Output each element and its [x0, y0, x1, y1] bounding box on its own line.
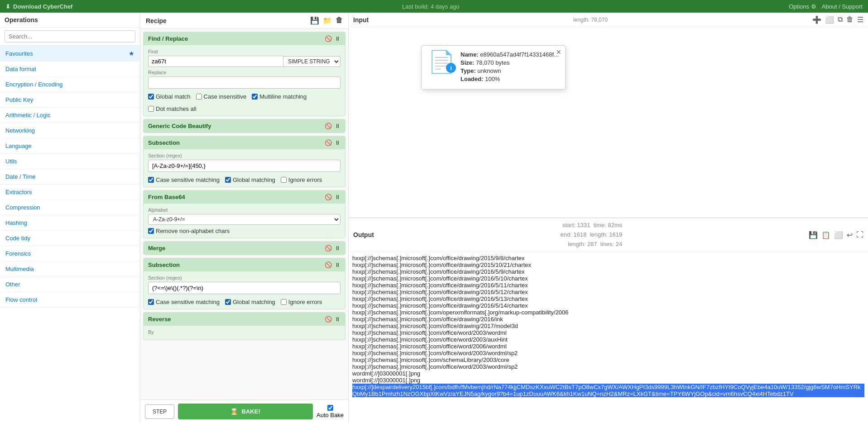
global-match-check[interactable]: Global match: [148, 93, 191, 100]
multiline-check[interactable]: Multiline matching: [252, 93, 307, 100]
global-matching-check-1[interactable]: Global matching: [225, 176, 275, 183]
replace-label: Replace: [148, 70, 340, 75]
auto-bake-checkbox[interactable]: [327, 405, 333, 411]
output-undo-icon[interactable]: ↩: [847, 231, 853, 239]
output-fullscreen-icon[interactable]: ⛶: [856, 231, 863, 239]
case-insensitive-check[interactable]: Case insensitive: [196, 93, 247, 100]
output-maximize-icon[interactable]: ⬜: [834, 231, 843, 239]
search-input[interactable]: [5, 30, 135, 43]
download-label[interactable]: Download CyberChef: [13, 3, 72, 10]
disable-op2-icon[interactable]: 🚫: [325, 123, 332, 129]
bake-button[interactable]: 👨‍🍳 BAKE!: [178, 404, 313, 419]
input-maximize-icon[interactable]: ⬜: [825, 15, 834, 24]
case-sensitive-check-2[interactable]: Case sensitive matching: [148, 299, 220, 305]
op-find-replace-title: Find / Replace: [148, 35, 188, 42]
remove-non-alphabet-check[interactable]: Remove non-alphabet chars: [148, 228, 340, 234]
input-popout-icon[interactable]: ⧉: [838, 15, 843, 24]
output-line: hxxp[://]schemas[.]microsoft[.]com/offic…: [352, 295, 864, 302]
sidebar-item-hashing[interactable]: Hashing: [0, 215, 140, 231]
output-length-value: 1619: [609, 231, 622, 238]
output-save-icon[interactable]: 💾: [809, 231, 818, 239]
sidebar-item-language[interactable]: Language: [0, 138, 140, 154]
input-add-icon[interactable]: ➕: [812, 15, 821, 24]
find-input[interactable]: [148, 56, 283, 67]
sidebar-item-multimedia[interactable]: Multimedia: [0, 261, 140, 277]
pause-op-icon[interactable]: ⏸: [335, 35, 340, 42]
pause-op7-icon[interactable]: ⏸: [335, 316, 340, 323]
file-loaded-row: Loaded: 100%: [460, 76, 559, 82]
sidebar-item-networking[interactable]: Networking: [0, 123, 140, 138]
sidebar-item-public-key[interactable]: Public Key: [0, 92, 140, 108]
sidebar-item-data-format[interactable]: Data format: [0, 62, 140, 77]
pause-op6-icon[interactable]: ⏸: [335, 261, 340, 268]
op-from-base64-header[interactable]: From Base64 🚫 ⏸: [144, 190, 345, 204]
case-sensitive-check-1[interactable]: Case sensitive matching: [148, 176, 220, 183]
sidebar-item-code-tidy[interactable]: Code tidy: [0, 231, 140, 246]
load-recipe-icon[interactable]: 📁: [323, 16, 332, 25]
download-section[interactable]: ⬇ Download CyberChef: [5, 3, 72, 10]
ignore-errors-check-2[interactable]: Ignore errors: [281, 299, 322, 305]
disable-op6-icon[interactable]: 🚫: [325, 261, 332, 268]
sidebar-item-utils[interactable]: Utils: [0, 154, 140, 169]
replace-input[interactable]: [148, 76, 340, 89]
sidebar-item-encryption---encoding[interactable]: Encryption / Encoding: [0, 77, 140, 92]
find-type-select[interactable]: SIMPLE STRING Regex: [283, 56, 340, 67]
output-line: hxxp[://]schemas[.]microsoft[.]com/schem…: [352, 356, 864, 363]
clear-recipe-icon[interactable]: 🗑: [336, 16, 343, 25]
pause-op3-icon[interactable]: ⏸: [335, 139, 340, 146]
pause-op5-icon[interactable]: ⏸: [335, 245, 340, 252]
disable-op7-icon[interactable]: 🚫: [325, 316, 332, 323]
input-clear-icon[interactable]: 🗑: [846, 15, 854, 24]
sidebar-item-favourites[interactable]: Favourites★: [0, 46, 140, 62]
output-end-label: end:: [561, 231, 572, 238]
op-generic-beautify-header[interactable]: Generic Code Beautify 🚫 ⏸: [144, 119, 345, 133]
input-menu-icon[interactable]: ☰: [857, 15, 863, 24]
disable-op3-icon[interactable]: 🚫: [325, 139, 332, 146]
pause-op2-icon[interactable]: ⏸: [335, 123, 340, 129]
sidebar-item-arithmetic---logic[interactable]: Arithmetic / Logic: [0, 108, 140, 123]
output-line: hxxp[://]schemas[.]microsoft[.]com/offic…: [352, 350, 864, 356]
save-recipe-icon[interactable]: 💾: [310, 16, 319, 25]
sidebar-item-other[interactable]: Other: [0, 277, 140, 292]
disable-op4-icon[interactable]: 🚫: [325, 194, 332, 200]
ignore-errors-check-1[interactable]: Ignore errors: [281, 176, 322, 183]
op-subsection-1-header[interactable]: Subsection 🚫 ⏸: [144, 136, 345, 149]
sidebar-item-flow-control[interactable]: Flow control: [0, 292, 140, 308]
output-line: hxxp[://]schemas[.]microsoft[.]com/offic…: [352, 302, 864, 309]
sidebar-item-forensics[interactable]: Forensics: [0, 246, 140, 261]
sidebar-item-date---time[interactable]: Date / Time: [0, 169, 140, 185]
find-label: Find: [148, 49, 340, 54]
op-find-replace-header[interactable]: Find / Replace 🚫 ⏸: [144, 32, 345, 45]
input-area[interactable]: ✕ 📄 i Name: e8960a547ad4f7f14331468f... …: [349, 27, 868, 218]
section-regex-input-2[interactable]: [148, 282, 340, 294]
op-merge-header[interactable]: Merge 🚫 ⏸: [144, 242, 345, 255]
output-lines-value: 24: [616, 241, 622, 247]
sidebar-item-extractors[interactable]: Extractors: [0, 185, 140, 200]
pause-op4-icon[interactable]: ⏸: [335, 194, 340, 200]
auto-bake-label: Auto Bake: [317, 412, 344, 418]
op-reverse-body: By: [144, 326, 345, 340]
disable-op-icon[interactable]: 🚫: [325, 35, 332, 42]
output-copy-icon[interactable]: 📋: [821, 231, 830, 239]
recipe-header: Recipe 💾 📁 🗑: [140, 13, 348, 29]
file-type-value: unknown: [477, 67, 501, 74]
about-support-button[interactable]: About / Support: [822, 3, 863, 10]
section-regex-input-1[interactable]: [148, 160, 340, 172]
main-layout: Operations Favourites★Data formatEncrypt…: [0, 13, 868, 423]
disable-op5-icon[interactable]: 🚫: [325, 245, 332, 252]
op-subsection-2-header[interactable]: Subsection 🚫 ⏸: [144, 258, 345, 271]
op-generic-beautify-title: Generic Code Beautify: [148, 123, 211, 129]
file-popup-close[interactable]: ✕: [556, 48, 561, 56]
output-line: hxxp[://]schemas[.]microsoft[.]com/offic…: [352, 282, 864, 289]
op-reverse-header[interactable]: Reverse 🚫 ⏸: [144, 313, 345, 326]
dot-matches-all-check[interactable]: Dot matches all: [148, 105, 197, 112]
options-button[interactable]: Options ⚙: [789, 3, 816, 10]
alphabet-select[interactable]: A-Za-z0-9+/=: [148, 214, 340, 225]
global-matching-check-2[interactable]: Global matching: [225, 299, 275, 305]
operations-list: Favourites★Data formatEncryption / Encod…: [0, 46, 140, 423]
output-stats: start: 1331 time: 82ms end: 1618 length:…: [561, 221, 623, 249]
step-button[interactable]: STEP: [145, 404, 174, 419]
right-panel: Input length: 78,070 ➕ ⬜ ⧉ 🗑 ☰ ✕ 📄 i: [349, 13, 868, 423]
sidebar-item-compression[interactable]: Compression: [0, 200, 140, 215]
output-area[interactable]: hxxp[://]schemas[.]microsoft[.]com/offic…: [349, 252, 868, 423]
